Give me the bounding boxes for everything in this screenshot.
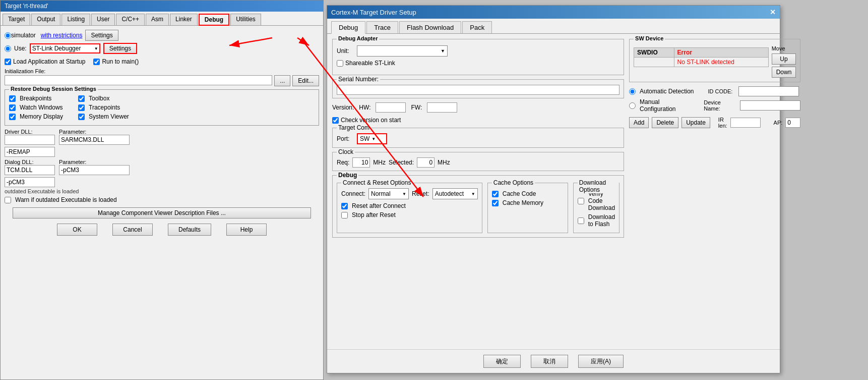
move-up-btn[interactable]: Up <box>772 53 796 65</box>
shareable-checkbox[interactable] <box>337 60 343 67</box>
dialog-dll-col: Dialog DLL: <box>5 159 55 175</box>
unit-dropdown[interactable]: ▼ <box>357 45 448 57</box>
tab-pack[interactable]: Pack <box>462 21 492 33</box>
tab-utilities[interactable]: Utilities <box>230 14 261 25</box>
tab-listing[interactable]: Listing <box>61 14 90 25</box>
tab-output[interactable]: Output <box>31 14 60 25</box>
toolbox-checkbox[interactable] <box>78 95 85 102</box>
tab-cpp[interactable]: C/C++ <box>116 14 145 25</box>
id-code-input[interactable] <box>738 86 799 96</box>
add-btn[interactable]: Add <box>629 117 649 128</box>
connect-dropdown[interactable]: Normal ▼ <box>368 188 409 199</box>
req-input[interactable] <box>352 157 370 168</box>
dialog-dll-input[interactable] <box>5 165 55 175</box>
tab-debug-main[interactable]: Debug <box>331 21 365 34</box>
main-cancel-btn[interactable]: 取消 <box>531 355 568 368</box>
update-btn[interactable]: Update <box>681 117 710 128</box>
clock-title: Clock <box>337 148 355 155</box>
ir-len-input[interactable] <box>730 118 761 128</box>
warn-outdated-label: Warn if outdated Executable is loaded <box>15 196 117 203</box>
delete-btn[interactable]: Delete <box>652 117 678 128</box>
radio-manual[interactable] <box>629 102 636 109</box>
col-swdio: SWDIO <box>634 48 674 58</box>
shareable-label: Shareable ST-Link <box>345 60 395 67</box>
main-apply-btn[interactable]: 应用(A) <box>578 355 624 368</box>
verify-code-checkbox[interactable] <box>578 198 584 204</box>
tab-user[interactable]: User <box>91 14 115 25</box>
restore-content: Breakpoints Watch Windows Memory Display <box>9 95 315 122</box>
ap-input[interactable] <box>785 118 800 128</box>
tab-linker[interactable]: Linker <box>170 14 198 25</box>
download-flash-label: Download to Flash <box>588 213 615 228</box>
param-input1[interactable] <box>59 135 130 145</box>
param-input3[interactable] <box>5 177 55 187</box>
ok-btn[interactable]: OK <box>57 224 97 236</box>
radio-use[interactable] <box>5 45 11 52</box>
main-right-panel: SW Device SWDIO Error No ST-LINK detecte… <box>629 39 800 238</box>
debug-adapter-title: Debug Adapter <box>337 35 379 41</box>
system-viewer-checkbox[interactable] <box>78 114 85 120</box>
tab-trace[interactable]: Trace <box>366 21 398 33</box>
breakpoints-checkbox[interactable] <box>9 95 16 102</box>
param-input2[interactable] <box>59 165 130 175</box>
help-btn[interactable]: Help <box>226 224 267 236</box>
defaults-btn[interactable]: Defaults <box>168 224 211 236</box>
load-app-checkbox[interactable] <box>5 59 11 65</box>
move-label: Move <box>772 45 796 51</box>
close-button[interactable]: ✕ <box>770 8 776 16</box>
connect-reset-group: Connect & Reset Options Connect: Normal … <box>337 183 482 233</box>
param-label1: Parameter: <box>59 129 94 135</box>
manage-btn[interactable]: Manage Component Viewer Description File… <box>13 207 312 219</box>
tab-flash-download[interactable]: Flash Download <box>399 21 461 33</box>
device-name-input[interactable] <box>740 100 800 111</box>
dll-input-row <box>5 147 319 157</box>
bg-tab-bar: Target Output Listing User C/C++ Asm Lin… <box>1 12 323 26</box>
serial-number-title: Serial Number: <box>337 76 380 83</box>
cache-memory-row: Cache Memory <box>492 199 564 206</box>
settings-btn-right[interactable]: Settings <box>103 43 137 54</box>
reset-after-connect-label: Reset after Connect <box>352 202 406 209</box>
port-dropdown[interactable]: SW ▼ <box>357 133 387 144</box>
memory-display-checkbox[interactable] <box>9 114 16 120</box>
action-buttons-row: OK Cancel Defaults Help <box>5 224 319 236</box>
selected-input[interactable] <box>417 157 435 168</box>
target-com-title: Target Com <box>337 124 371 131</box>
with-restrictions-link[interactable]: with restrictions <box>41 32 83 39</box>
stop-after-reset-checkbox[interactable] <box>341 212 348 219</box>
cancel-btn[interactable]: Cancel <box>112 224 153 236</box>
driver-dll-input[interactable] <box>5 135 55 145</box>
dll-value-input[interactable] <box>5 147 55 157</box>
reset-dropdown[interactable]: Autodetect ▼ <box>432 188 478 199</box>
cache-memory-checkbox[interactable] <box>492 200 499 206</box>
serial-number-input[interactable] <box>337 85 619 95</box>
browse-btn[interactable]: ... <box>274 75 290 86</box>
driver-dll-label: Driver DLL: <box>5 129 40 135</box>
tab-target[interactable]: Target <box>3 14 30 25</box>
edit-btn[interactable]: Edit... <box>292 75 319 86</box>
watch-windows-label: Watch Windows <box>20 104 63 111</box>
check-version-checkbox[interactable] <box>332 117 339 124</box>
tab-asm[interactable]: Asm <box>146 14 169 25</box>
mhz1-label: MHz <box>373 159 386 166</box>
reset-after-connect-checkbox[interactable] <box>341 203 348 209</box>
tab-debug[interactable]: Debug <box>199 14 229 26</box>
radio-simulator[interactable] <box>5 32 11 39</box>
download-flash-checkbox[interactable] <box>578 218 584 224</box>
main-ok-btn[interactable]: 确定 <box>483 355 521 368</box>
settings-btn-left[interactable]: Settings <box>85 30 118 41</box>
run-to-main-checkbox[interactable] <box>93 59 100 65</box>
move-down-btn[interactable]: Down <box>772 67 796 78</box>
manual-config-label: Manual Configuration <box>640 98 690 113</box>
watch-windows-checkbox[interactable] <box>9 104 16 111</box>
radio-auto[interactable] <box>629 88 636 95</box>
warn-outdated-checkbox[interactable] <box>5 197 11 203</box>
warn-outdated-row: Warn if outdated Executable is loaded <box>5 196 319 203</box>
debugger-dropdown[interactable]: ST-Link Debugger ▼ <box>30 43 100 53</box>
fw-input[interactable] <box>427 102 457 113</box>
cache-code-checkbox[interactable] <box>492 191 499 197</box>
port-dropdown-arrow-icon: ▼ <box>371 137 376 141</box>
init-file-input[interactable] <box>5 75 272 85</box>
check-version-label: Check version on start <box>341 117 401 124</box>
hw-input[interactable] <box>376 102 406 113</box>
tracepoints-checkbox[interactable] <box>78 104 85 111</box>
